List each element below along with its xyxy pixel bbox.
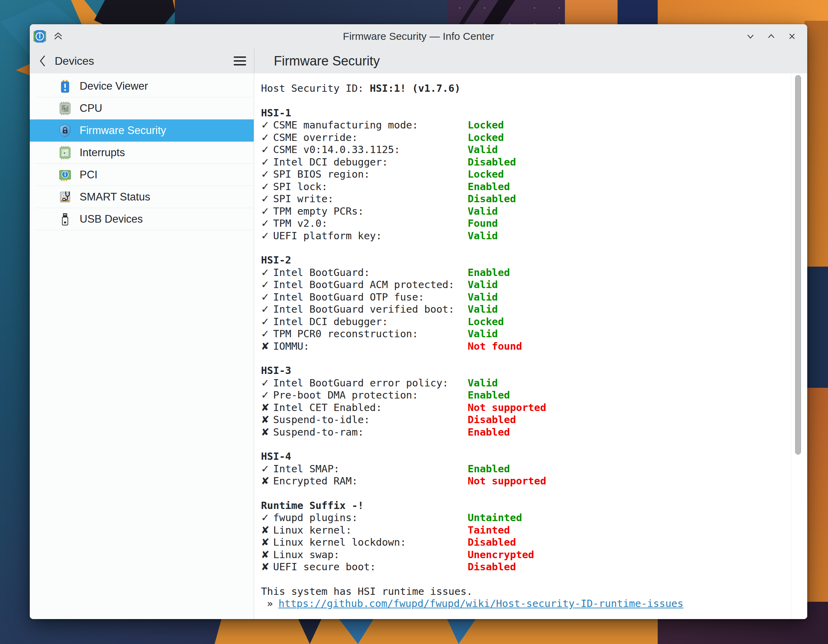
check-icon: ✓	[261, 168, 273, 181]
attribute-label: Pre-boot DMA protection:	[273, 389, 468, 402]
host-security-id-value: HSI:1! (v1.7.6)	[370, 82, 460, 94]
vertical-scrollbar[interactable]	[791, 74, 807, 619]
attribute-label: TPM PCR0 reconstruction:	[273, 328, 468, 340]
attribute-value: Tainted	[468, 524, 510, 537]
shade-window-button[interactable]	[53, 31, 63, 41]
check-icon: ✓	[261, 144, 273, 156]
back-button[interactable]	[38, 54, 47, 68]
window-title: Firmware Security — Info Center	[30, 30, 807, 42]
attribute-label: SPI write:	[273, 193, 468, 205]
close-button[interactable]	[787, 31, 797, 41]
attribute-label: Suspend-to-idle:	[273, 414, 468, 426]
security-attribute-row: ✘Encrypted RAM:Not supported	[261, 475, 791, 487]
attribute-value: Valid	[468, 291, 498, 304]
security-attribute-row: ✓fwupd plugins:Untainted	[261, 512, 791, 524]
security-attribute-row: ✓CSME manufacturing mode:Locked	[261, 119, 791, 132]
attribute-value: Valid	[468, 205, 498, 218]
hsi-section-hsi-4: HSI-4✓Intel SMAP:Enabled✘Encrypted RAM:N…	[261, 451, 791, 487]
security-attribute-row: ✘Linux kernel lockdown:Disabled	[261, 536, 791, 549]
check-icon: ✓	[261, 328, 273, 340]
attribute-value: Disabled	[468, 193, 516, 205]
sidebar-header-title: Devices	[55, 55, 94, 68]
sidebar-list: Device ViewerCPUFirmware SecurityInterru…	[30, 74, 254, 619]
attribute-value: Valid	[468, 230, 498, 242]
section-title: HSI-4	[261, 451, 791, 463]
security-report: Host Security ID: HSI:1! (v1.7.6) HSI-1✓…	[254, 74, 791, 619]
attribute-label: UEFI platform key:	[273, 230, 468, 242]
attribute-label: Linux swap:	[273, 549, 468, 561]
scrollbar-thumb[interactable]	[795, 75, 801, 455]
security-attribute-row: ✘Suspend-to-ram:Enabled	[261, 426, 791, 439]
cross-icon: ✘	[261, 414, 273, 426]
attribute-value: Locked	[468, 168, 504, 181]
runtime-issues-link[interactable]: https://github.com/fwupd/fwupd/wiki/Host…	[278, 598, 683, 609]
section-title: HSI-3	[261, 364, 791, 377]
attribute-value: Valid	[468, 328, 498, 340]
attribute-label: Intel SMAP:	[273, 463, 468, 475]
window-body: Device ViewerCPUFirmware SecurityInterru…	[30, 74, 807, 619]
attribute-label: Linux kernel lockdown:	[273, 536, 468, 549]
page-title: Firmware Security	[274, 54, 380, 69]
cpu-icon	[58, 101, 72, 115]
check-icon: ✓	[261, 193, 273, 205]
sidebar-item-device-viewer[interactable]: Device Viewer	[30, 75, 254, 97]
security-attribute-row: ✓SPI BIOS region:Locked	[261, 168, 791, 181]
security-attribute-row: ✘IOMMU:Not found	[261, 340, 791, 353]
minimize-button[interactable]	[746, 31, 755, 41]
cross-icon: ✘	[261, 536, 273, 549]
host-security-id-line: Host Security ID: HSI:1! (v1.7.6)	[261, 82, 791, 95]
maximize-button[interactable]	[766, 31, 776, 41]
sidebar-header: Devices	[30, 49, 254, 74]
security-attribute-row: ✓UEFI platform key:Valid	[261, 230, 791, 242]
cross-icon: ✘	[261, 426, 273, 439]
attribute-label: Intel BootGuard error policy:	[273, 377, 468, 390]
hamburger-menu-button[interactable]	[233, 56, 246, 66]
attribute-label: Intel BootGuard ACM protected:	[273, 279, 468, 291]
check-icon: ✓	[261, 389, 273, 402]
sidebar-item-pci[interactable]: PCI	[30, 164, 254, 186]
attribute-value: Disabled	[468, 536, 516, 549]
sidebar-item-usb-devices[interactable]: USB Devices	[30, 208, 254, 230]
sidebar-item-label: Device Viewer	[80, 80, 148, 93]
attribute-label: Suspend-to-ram:	[273, 426, 468, 439]
security-attribute-row: ✓Intel BootGuard:Enabled	[261, 267, 791, 279]
attribute-label: Intel BootGuard:	[273, 267, 468, 279]
attribute-value: Locked	[468, 132, 504, 144]
attribute-label: Intel BootGuard verified boot:	[273, 303, 468, 316]
section-title: Runtime Suffix -!	[261, 499, 791, 512]
sidebar-item-firmware-security[interactable]: Firmware Security	[30, 119, 254, 141]
check-icon: ✓	[261, 132, 273, 144]
report-footer: This system has HSI runtime issues. »htt…	[261, 586, 791, 610]
titlebar[interactable]: Firmware Security — Info Center	[30, 24, 807, 49]
attribute-value: Enabled	[468, 181, 510, 193]
sidebar-item-label: CPU	[80, 102, 102, 115]
attribute-value: Disabled	[468, 561, 516, 573]
attribute-value: Not supported	[468, 475, 546, 487]
hsi-section-hsi-3: HSI-3✓Intel BootGuard error policy:Valid…	[261, 364, 791, 438]
attribute-label: Intel DCI debugger:	[273, 156, 468, 169]
info-center-app-icon	[33, 30, 46, 43]
security-attribute-row: ✓TPM empty PCRs:Valid	[261, 205, 791, 218]
hsi-sections: HSI-1✓CSME manufacturing mode:Locked✓CSM…	[261, 107, 791, 573]
hsi-section-hsi-1: HSI-1✓CSME manufacturing mode:Locked✓CSM…	[261, 107, 791, 242]
sidebar-item-interrupts[interactable]: Interrupts	[30, 141, 254, 164]
attribute-label: IOMMU:	[273, 340, 468, 353]
check-icon: ✓	[261, 230, 273, 242]
security-attribute-row: ✓CSME v0:14.0.33.1125:Valid	[261, 144, 791, 156]
check-icon: ✓	[261, 512, 273, 524]
attribute-value: Unencrypted	[468, 549, 534, 561]
attribute-value: Untainted	[468, 512, 522, 524]
attribute-label: SPI lock:	[273, 181, 468, 193]
attribute-label: CSME manufacturing mode:	[273, 119, 468, 132]
check-icon: ✓	[261, 279, 273, 291]
pci-icon	[58, 168, 72, 182]
attribute-value: Enabled	[468, 389, 510, 402]
cross-icon: ✘	[261, 561, 273, 573]
security-attribute-row: ✓Intel BootGuard OTP fuse:Valid	[261, 291, 791, 304]
attribute-value: Locked	[468, 316, 504, 328]
sidebar-item-label: USB Devices	[80, 213, 143, 225]
security-attribute-row: ✓Intel BootGuard error policy:Valid	[261, 377, 791, 390]
sidebar-item-smart-status[interactable]: SMART Status	[30, 186, 254, 208]
sidebar-item-cpu[interactable]: CPU	[30, 97, 254, 119]
check-icon: ✓	[261, 217, 273, 230]
